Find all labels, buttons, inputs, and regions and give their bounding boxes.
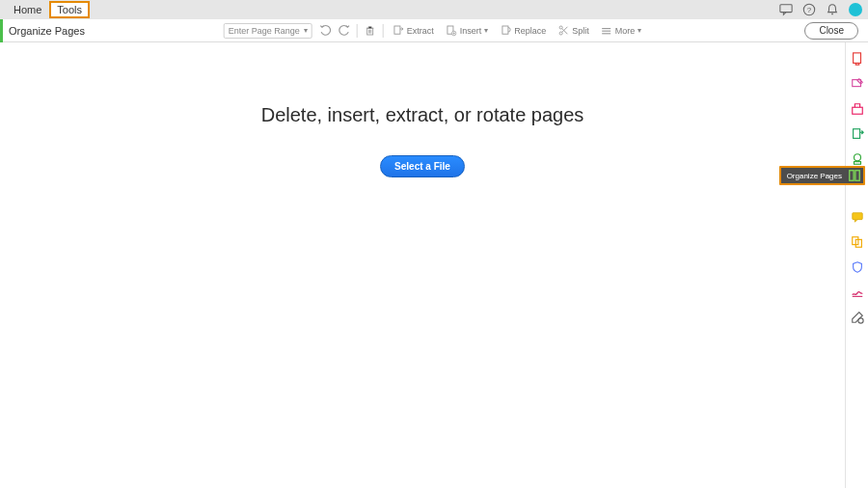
organize-pages-label: Organize Pages <box>787 172 842 180</box>
chevron-down-icon: ▾ <box>484 26 488 35</box>
toolbar-center: Enter Page Range ▾ Extract Insert ▾ Repl… <box>224 23 645 39</box>
sign-icon[interactable] <box>851 285 864 299</box>
replace-label: Replace <box>514 26 546 36</box>
share-icon[interactable] <box>851 127 864 141</box>
more-label: More <box>615 26 636 36</box>
chevron-down-icon: ▾ <box>304 26 308 35</box>
svg-rect-8 <box>502 26 508 34</box>
right-sidebar <box>845 42 868 488</box>
svg-rect-5 <box>394 26 400 34</box>
svg-rect-24 <box>850 171 854 181</box>
svg-point-23 <box>857 318 862 323</box>
trash-icon[interactable] <box>364 24 377 38</box>
page-range-placeholder: Enter Page Range <box>229 26 300 36</box>
svg-text:?: ? <box>807 6 812 14</box>
svg-rect-0 <box>780 5 792 13</box>
extract-label: Extract <box>407 26 434 36</box>
tab-tools[interactable]: Tools <box>49 1 90 18</box>
svg-rect-12 <box>602 30 610 31</box>
extract-button[interactable]: Extract <box>390 24 437 37</box>
top-right-icons: ? <box>779 3 862 16</box>
protect-icon[interactable] <box>851 260 864 274</box>
page-headline: Delete, insert, extract, or rotate pages <box>261 104 584 126</box>
stamp-icon[interactable] <box>851 152 864 166</box>
svg-rect-19 <box>854 162 860 165</box>
svg-rect-13 <box>602 33 610 34</box>
comment-icon[interactable] <box>851 210 864 224</box>
svg-rect-11 <box>602 28 610 29</box>
top-tabs: Home Tools <box>6 1 90 18</box>
rotate-right-icon[interactable] <box>338 24 351 38</box>
svg-rect-14 <box>853 53 860 64</box>
toolbar-title: Organize Pages <box>3 25 85 37</box>
select-file-button[interactable]: Select a File <box>380 155 465 177</box>
rotate-left-icon[interactable] <box>318 24 332 38</box>
divider <box>357 24 358 38</box>
svg-rect-17 <box>853 129 859 139</box>
chat-icon[interactable] <box>779 3 793 16</box>
create-pdf-icon[interactable] <box>851 52 864 66</box>
page-range-input[interactable]: Enter Page Range ▾ <box>224 23 312 39</box>
chevron-down-icon: ▾ <box>637 26 641 35</box>
bell-icon[interactable] <box>826 3 839 16</box>
more-tools-icon[interactable] <box>851 311 864 324</box>
replace-button[interactable]: Replace <box>497 24 549 37</box>
svg-point-3 <box>831 14 833 15</box>
svg-point-18 <box>854 154 860 161</box>
close-button[interactable]: Close <box>804 22 858 40</box>
edit-pdf-icon[interactable] <box>851 77 864 91</box>
svg-point-10 <box>559 32 562 35</box>
svg-point-9 <box>559 26 562 29</box>
svg-rect-16 <box>852 107 862 114</box>
divider <box>383 24 384 38</box>
toolbar: Organize Pages Enter Page Range ▾ Extrac… <box>0 19 868 42</box>
top-bar: Home Tools ? <box>0 0 868 19</box>
organize-pages-icon <box>848 169 861 182</box>
combine-icon[interactable] <box>851 235 864 249</box>
export-pdf-icon[interactable] <box>851 102 864 116</box>
tab-home[interactable]: Home <box>6 1 49 18</box>
svg-rect-25 <box>855 171 859 181</box>
more-button[interactable]: More ▾ <box>598 25 645 37</box>
insert-button[interactable]: Insert ▾ <box>443 24 492 37</box>
split-label: Split <box>572 26 589 36</box>
insert-label: Insert <box>460 26 482 36</box>
help-icon[interactable]: ? <box>802 3 816 16</box>
organize-pages-tooltip[interactable]: Organize Pages <box>779 166 865 185</box>
split-button[interactable]: Split <box>555 24 592 37</box>
main-area: Delete, insert, extract, or rotate pages… <box>0 42 845 488</box>
avatar[interactable] <box>849 3 862 16</box>
svg-rect-20 <box>852 213 862 220</box>
